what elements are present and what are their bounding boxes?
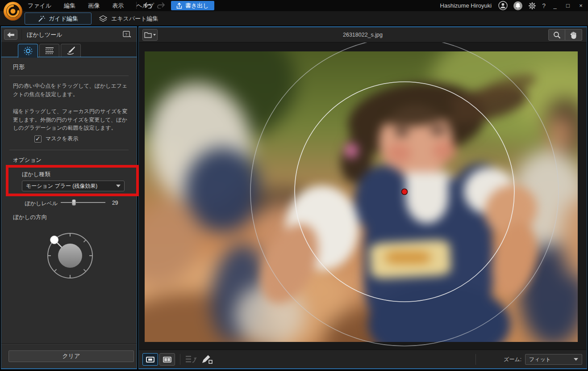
header-divider — [21, 30, 22, 40]
tab-guided-edit[interactable]: ガイド編集 — [25, 13, 92, 25]
section-title: 円形 — [13, 63, 25, 71]
canvas-footer: ズーム: フィット — [139, 350, 587, 368]
magnifier-icon — [553, 31, 561, 39]
close-button[interactable]: × — [577, 2, 584, 9]
brush-blur-icon — [66, 46, 76, 55]
blur-type-tabs — [1, 42, 137, 57]
account-icon[interactable] — [498, 1, 508, 10]
help-button[interactable]: ? — [542, 2, 546, 9]
linear-blur-icon — [45, 46, 54, 55]
export-icon — [176, 3, 182, 9]
blur-direction-dial[interactable] — [41, 227, 99, 285]
minimize-button[interactable]: _ — [551, 2, 559, 9]
tab-brush-blur[interactable] — [61, 44, 81, 57]
folder-icon — [144, 32, 152, 38]
footer-separator — [180, 354, 180, 365]
show-mask-row: ✓ マスクを表示 — [34, 135, 78, 143]
pencil-icon — [201, 354, 213, 364]
back-arrow-icon — [7, 32, 14, 38]
export-label: 書き出し — [185, 2, 209, 10]
mode-bar: ガイド編集 エキスパート編集 — [0, 11, 588, 25]
mask-checkbox[interactable]: ✓ — [34, 135, 42, 143]
undo-icon — [143, 2, 152, 8]
canvas-viewport — [139, 42, 587, 350]
blur-level-row: ぼかしレベル 29 — [1, 199, 137, 206]
pan-tool-button[interactable] — [565, 29, 582, 41]
panel-help-icon[interactable]: ? — [123, 31, 131, 38]
image-filename: 26318022_s.jpg — [139, 27, 587, 42]
tab-linear-blur[interactable] — [39, 44, 59, 57]
menu-edit[interactable]: 編集 — [64, 2, 75, 10]
single-view-icon — [146, 357, 154, 363]
main-area: ぼかしツール ? — [0, 25, 588, 371]
panel-header: ぼかしツール ? — [1, 27, 137, 42]
expert-edit-label: エキスパート編集 — [111, 15, 158, 23]
blur-level-value: 29 — [112, 200, 118, 206]
footer-separator — [475, 354, 476, 365]
divider — [9, 150, 129, 150]
chevron-down-icon — [153, 34, 156, 36]
chevron-down-icon — [574, 358, 578, 361]
export-button[interactable]: 書き出し — [171, 1, 214, 10]
menu-file[interactable]: ファイル — [28, 2, 51, 10]
maximize-button[interactable]: □ — [564, 2, 571, 9]
view-single-button[interactable] — [142, 353, 158, 366]
divider — [9, 76, 129, 76]
panel-title: ぼかしツール — [27, 27, 63, 42]
options-label: オプション — [13, 156, 42, 164]
app-logo-icon[interactable] — [3, 1, 23, 21]
instruction-text-1: 円の赤い中心点をドラッグして、ぼかしエフェクトの焦点を設定します。 — [13, 82, 131, 98]
view-tools — [548, 29, 582, 41]
panel-body: 円形 円の赤い中心点をドラッグして、ぼかしエフェクトの焦点を設定します。 端をド… — [1, 57, 137, 343]
app-window: ファイル 編集 画像 表示 ヘルプ 書き出し Hashizume Hiroyuk… — [0, 0, 588, 371]
tab-circular-blur[interactable] — [18, 44, 38, 58]
redo-icon — [157, 2, 166, 8]
blur-tool-panel: ぼかしツール ? — [1, 26, 137, 369]
edit-adjust-button[interactable] — [201, 354, 213, 364]
user-name: Hashizume Hiroyuki — [440, 2, 492, 9]
compare-view-icon — [163, 357, 171, 363]
history-apply-button[interactable] — [185, 354, 197, 364]
menu-view[interactable]: 表示 — [112, 2, 124, 10]
annotation-red-highlight — [6, 165, 139, 196]
image-canvas-area: 26318022_s.jpg — [138, 26, 587, 369]
magic-wand-icon — [38, 15, 45, 22]
open-folder-button[interactable] — [142, 29, 158, 41]
blur-direction-label: ぼかしの方向 — [13, 214, 47, 221]
layers-icon — [99, 15, 107, 22]
blur-level-slider[interactable] — [61, 202, 105, 203]
dial-handle[interactable] — [50, 236, 58, 244]
blur-focus-overlay[interactable] — [139, 42, 587, 350]
instruction-text-2: 端をドラッグして、フォーカス円のサイズを変更します。外側の円のサイズを変更して、… — [13, 107, 131, 132]
settings-gear-icon[interactable] — [528, 2, 536, 10]
title-bar: ファイル 編集 画像 表示 ヘルプ 書き出し Hashizume Hiroyuk… — [0, 0, 588, 11]
dial-knob — [58, 244, 82, 268]
panel-footer: クリア — [1, 343, 137, 368]
focus-center-point[interactable] — [402, 189, 408, 195]
history-list-icon — [185, 354, 197, 364]
clear-button[interactable]: クリア — [8, 350, 134, 362]
show-mask-label: マスクを表示 — [46, 135, 78, 143]
back-button[interactable] — [4, 30, 17, 40]
zoom-label: ズーム: — [504, 356, 521, 363]
guided-edit-label: ガイド編集 — [49, 15, 78, 23]
zoom-level-dropdown[interactable]: フィット — [525, 354, 582, 365]
blur-level-thumb[interactable] — [72, 199, 76, 206]
canvas-header: 26318022_s.jpg — [139, 27, 587, 42]
zoom-tool-button[interactable] — [548, 29, 565, 41]
titlebar-separator — [136, 2, 137, 9]
view-compare-button[interactable] — [159, 353, 175, 366]
hand-icon — [570, 31, 577, 39]
blur-level-label: ぼかしレベル — [19, 200, 58, 207]
menu-bar: ファイル 編集 画像 表示 ヘルプ — [28, 0, 154, 11]
redo-button[interactable] — [155, 1, 167, 10]
zoom-level-value: フィット — [529, 356, 551, 363]
circle-blur-icon — [23, 46, 33, 56]
undo-button[interactable] — [142, 1, 154, 10]
svg-text:?: ? — [125, 32, 127, 37]
menu-image[interactable]: 画像 — [88, 2, 100, 10]
tab-expert-edit[interactable]: エキスパート編集 — [99, 13, 158, 25]
notifications-icon[interactable] — [513, 1, 522, 10]
